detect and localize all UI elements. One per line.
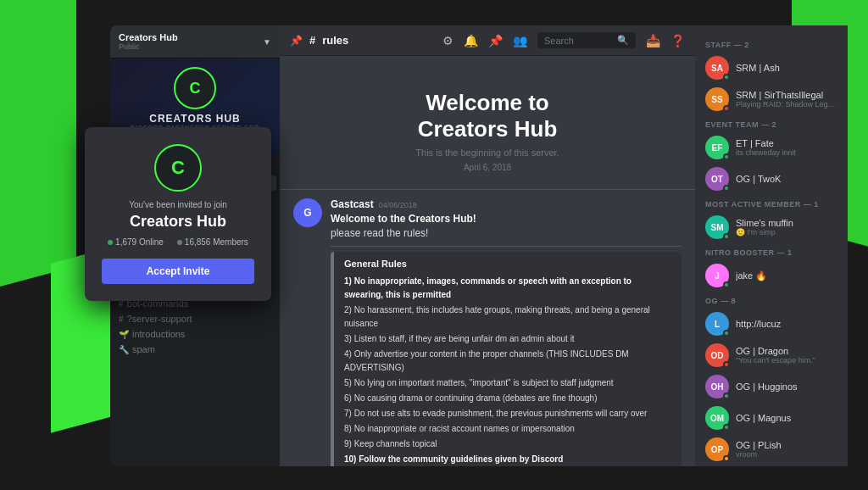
member-name-twok: OG | TwoK xyxy=(736,174,837,184)
server-name: Creators Hub xyxy=(119,32,178,42)
member-twok[interactable]: OT OG | TwoK xyxy=(702,164,841,194)
chat-messages: G Gastcast 04/06/2018 Welcome to the Cre… xyxy=(280,190,695,466)
member-info-fate: ET | Fate its cheweday innit xyxy=(736,138,837,157)
channel-name-spam: spam xyxy=(132,344,155,354)
rule-2: 2) No harassment, this includes hate gro… xyxy=(344,303,671,331)
status-twok xyxy=(723,185,730,192)
member-fate[interactable]: EF ET | Fate its cheweday innit xyxy=(702,132,841,163)
member-hugginos[interactable]: OH OG | Hugginos xyxy=(702,371,841,402)
accept-invite-button[interactable]: Accept Invite xyxy=(102,259,254,284)
offline-dot xyxy=(177,240,182,245)
members-icon[interactable]: 👥 xyxy=(513,34,527,47)
member-skythewolf[interactable]: TS TA | Skythewolf22 xyxy=(702,465,841,466)
members-panel: STAFF — 2 SA SRM | Ash SS SRM | SirThats… xyxy=(695,25,848,466)
member-info-slime: Slime's muffin 🙂 I'm simp xyxy=(736,218,837,237)
invite-logo: C xyxy=(154,144,202,192)
divider xyxy=(331,246,682,247)
wrench-icon: 🔧 xyxy=(119,345,129,354)
member-info-magnus: OG | Magnus xyxy=(736,413,837,423)
channel-spam[interactable]: 🔧 spam xyxy=(114,342,276,357)
member-name-magnus: OG | Magnus xyxy=(736,413,837,423)
member-info-twok: OG | TwoK xyxy=(736,174,837,184)
chat-header-icons: ⚙ 🔔 📌 👥 🔍 📥 ❓ xyxy=(442,32,685,48)
rule-6: 6) No causing drama or continuing drama … xyxy=(344,391,671,406)
search-icon: 🔍 xyxy=(617,35,629,46)
member-lucuz[interactable]: L http://lucuz xyxy=(702,309,841,339)
staff-section-label: STAFF — 2 xyxy=(702,36,841,53)
rule-3: 3) Listen to staff, if they are being un… xyxy=(344,331,671,347)
invite-overlay: C You've been invited to join Creators H… xyxy=(85,127,271,301)
rule-7: 7) Do not use alts to evade punishment, … xyxy=(344,406,671,421)
help-icon[interactable]: ❓ xyxy=(670,34,685,47)
member-slime[interactable]: SM Slime's muffin 🙂 I'm simp xyxy=(702,212,841,242)
status-sir xyxy=(723,105,730,112)
inbox-icon[interactable]: 📥 xyxy=(646,34,660,47)
member-sub-sir: Playing RAID: Shadow Legends xyxy=(736,100,837,109)
channel-server-support[interactable]: # ?server-support xyxy=(114,311,276,326)
member-info-ash: SRM | Ash xyxy=(736,63,837,73)
member-info-hugginos: OG | Hugginos xyxy=(736,381,837,392)
status-ash xyxy=(723,74,730,81)
seedling-icon: 🌱 xyxy=(119,330,129,339)
banner-title: CREATORS HUB xyxy=(119,113,271,125)
member-info-sir: SRM | SirThatsIllegal Playing RAID: Shad… xyxy=(736,90,837,109)
status-hugginos xyxy=(723,393,730,399)
member-name-fate: ET | Fate xyxy=(736,138,837,148)
pin-icon: 📌 xyxy=(290,35,303,47)
welcome-subtitle: This is the beginning of this server. xyxy=(305,148,670,158)
message-header: Gastcast 04/06/2018 xyxy=(331,198,682,210)
invite-title: Creators Hub xyxy=(102,213,254,231)
member-magnus[interactable]: OM OG | Magnus xyxy=(702,403,841,433)
nitro-section-label: NITRO BOOSTER — 1 xyxy=(702,243,841,260)
member-avatar-jake: J xyxy=(705,264,729,287)
chat-area: 📌 # rules ⚙ 🔔 📌 👥 🔍 📥 ❓ Welcome toCreato… xyxy=(280,25,695,466)
gastcast-avatar: G xyxy=(293,198,322,227)
member-sub-dragon: "You can't escape him." xyxy=(736,356,837,365)
message-author: Gastcast xyxy=(331,198,374,210)
online-count: 1,679 Online xyxy=(115,237,164,247)
member-sirthatsillegal[interactable]: SS SRM | SirThatsIllegal Playing RAID: S… xyxy=(702,84,841,114)
welcome-title: Welcome toCreators Hub xyxy=(305,90,670,142)
status-jake xyxy=(723,281,730,288)
member-avatar-fate: EF xyxy=(705,136,729,159)
member-avatar-sir: SS xyxy=(705,87,729,111)
threads-icon[interactable]: ⚙ xyxy=(442,34,453,47)
general-rules-title: General Rules xyxy=(344,259,671,269)
member-sub-plish: vroom xyxy=(736,450,837,459)
pin-icon-2[interactable]: 📌 xyxy=(488,34,503,47)
hash-icon: # xyxy=(119,315,124,324)
mute-icon[interactable]: 🔔 xyxy=(464,34,478,47)
logo-letter: C xyxy=(190,80,201,97)
rule-9: 9) Keep channels topical xyxy=(344,437,671,452)
rule-5: 5) No lying on important matters, "impor… xyxy=(344,376,671,391)
member-jake[interactable]: J jake 🔥 xyxy=(702,260,841,291)
member-sub-fate: its cheweday innit xyxy=(736,148,837,157)
message-content: Gastcast 04/06/2018 Welcome to the Creat… xyxy=(331,198,682,466)
channel-introductions[interactable]: 🌱 introductions xyxy=(114,326,276,342)
member-name-sir: SRM | SirThatsIllegal xyxy=(736,90,837,100)
member-plish[interactable]: OP OG | PLish vroom xyxy=(702,434,841,465)
status-dragon xyxy=(723,361,730,368)
search-box[interactable]: 🔍 xyxy=(537,32,636,48)
chat-channel-label: rules xyxy=(322,34,348,47)
member-name-slime: Slime's muffin xyxy=(736,218,837,228)
member-avatar-magnus: OM xyxy=(705,406,729,430)
channel-name-support: ?server-support xyxy=(127,314,192,324)
member-ash[interactable]: SA SRM | Ash xyxy=(702,53,841,83)
rule-8: 8) No inappropriate or racist account na… xyxy=(344,421,671,437)
online-dot xyxy=(108,240,113,245)
stat-online: 1,679 Online xyxy=(108,237,164,247)
dropdown-icon: ▼ xyxy=(263,37,271,47)
status-plish xyxy=(723,455,730,462)
stat-members: 16,856 Members xyxy=(177,237,248,247)
active-section-label: MOST ACTIVE MEMBER — 1 xyxy=(702,195,841,212)
member-avatar-slime: SM xyxy=(705,215,729,239)
event-section-label: EVENT TEAM — 2 xyxy=(702,115,841,132)
search-input[interactable] xyxy=(544,36,612,46)
server-logo: C xyxy=(174,67,216,109)
member-dragon[interactable]: OD OG | Dragon "You can't escape him." xyxy=(702,340,841,370)
server-header[interactable]: Creators Hub Public ▼ xyxy=(110,25,280,58)
og-section-label: OG — 8 xyxy=(702,292,841,309)
message-group-gastcast: G Gastcast 04/06/2018 Welcome to the Cre… xyxy=(293,198,682,466)
invite-subtitle: You've been invited to join xyxy=(102,200,254,209)
